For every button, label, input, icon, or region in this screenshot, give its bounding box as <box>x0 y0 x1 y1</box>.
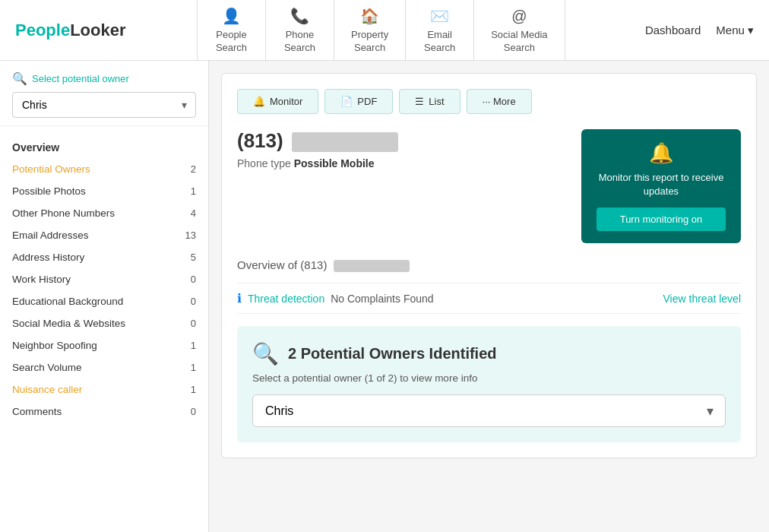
bell-icon: 🔔 <box>253 96 265 107</box>
sidebar-label-other-phone-numbers: Other Phone Numbers <box>12 207 115 219</box>
action-toolbar: 🔔 Monitor 📄 PDF ☰ List ··· More <box>237 89 741 114</box>
pdf-button[interactable]: 📄 PDF <box>324 89 393 114</box>
po-title: 2 Potential Owners Identified <box>288 345 497 363</box>
sidebar-nav: Overview Potential Owners 2 Possible Pho… <box>0 126 208 430</box>
search-circle-icon: 🔍 <box>12 71 27 86</box>
owner-dropdown-wrapper[interactable]: Chris ▾ <box>12 92 196 118</box>
nav-right: Dashboard Menu ▾ <box>630 0 769 60</box>
nav-email-search-label: EmailSearch <box>424 29 455 55</box>
sidebar-item-work-history[interactable]: Work History 0 <box>0 268 208 290</box>
nav-property-search-label: PropertySearch <box>351 29 388 55</box>
nav-social-media-label: Social MediaSearch <box>491 29 547 55</box>
owner-dropdown[interactable]: Chris <box>12 92 196 118</box>
phone-icon: 📞 <box>290 6 309 26</box>
potential-owners-box: 🔍 2 Potential Owners Identified Select a… <box>237 326 741 442</box>
sidebar-count-social-media-websites: 0 <box>191 318 196 329</box>
logo-area: PeopleLooker <box>0 0 198 60</box>
monitor-bell-icon: 🔔 <box>597 141 726 165</box>
list-icon: ☰ <box>415 96 424 107</box>
person-icon: 👤 <box>222 6 241 26</box>
phone-display: (813) Phone type Possible Mobile 🔔 Monit… <box>237 129 741 243</box>
home-icon: 🏠 <box>360 6 379 26</box>
logo-people: People <box>15 21 70 40</box>
sidebar-label-email-addresses: Email Addresses <box>12 230 89 241</box>
sidebar-item-search-volume[interactable]: Search Volume 1 <box>0 356 208 378</box>
list-button[interactable]: ☰ List <box>399 89 460 114</box>
po-subtitle: Select a potential owner (1 of 2) to vie… <box>252 372 726 384</box>
phone-number: (813) <box>237 129 398 153</box>
sidebar-label-address-history: Address History <box>12 252 84 263</box>
threat-row: ℹ Threat detection No Complaints Found V… <box>237 283 741 314</box>
monitor-button[interactable]: 🔔 Monitor <box>237 89 318 114</box>
info-icon: ℹ <box>237 291 242 306</box>
dashboard-link[interactable]: Dashboard <box>645 24 701 36</box>
sidebar-label-work-history: Work History <box>12 274 71 285</box>
turn-monitoring-on-button[interactable]: Turn monitoring on <box>597 207 726 231</box>
sidebar-item-educational-background[interactable]: Educational Background 0 <box>0 290 208 312</box>
sidebar-count-comments: 0 <box>191 406 196 417</box>
nav-people-search-label: PeopleSearch <box>216 29 247 55</box>
sidebar-count-search-volume: 1 <box>191 362 196 373</box>
nav-item-people-search[interactable]: 👤 PeopleSearch <box>198 0 266 60</box>
sidebar-label-potential-owners: Potential Owners <box>12 163 90 175</box>
sidebar-label-neighbor-spoofing: Neighbor Spoofing <box>12 340 97 351</box>
monitor-title: Monitor this report to receive updates <box>597 171 726 198</box>
sidebar-label-possible-photos: Possible Photos <box>12 185 86 197</box>
sidebar-item-address-history[interactable]: Address History 5 <box>0 246 208 268</box>
sidebar-item-email-addresses[interactable]: Email Addresses 13 <box>0 224 208 246</box>
sidebar-count-work-history: 0 <box>191 274 196 285</box>
sidebar: 🔍 Select potential owner Chris ▾ Overvie… <box>0 61 209 532</box>
owner-select-wrapper[interactable]: Chris ▾ <box>252 394 726 427</box>
nav-item-email-search[interactable]: ✉️ EmailSearch <box>406 0 474 60</box>
sidebar-label-search-volume: Search Volume <box>12 362 82 373</box>
header: PeopleLooker 👤 PeopleSearch 📞 PhoneSearc… <box>0 0 769 61</box>
sidebar-count-email-addresses: 13 <box>185 230 196 241</box>
sidebar-label-comments: Comments <box>12 406 62 417</box>
overview-label: Overview of (813) <box>237 258 741 272</box>
more-button[interactable]: ··· More <box>467 89 532 114</box>
threat-left: ℹ Threat detection No Complaints Found <box>237 291 434 306</box>
email-icon: ✉️ <box>430 6 449 26</box>
sidebar-overview-title: Overview <box>0 134 208 158</box>
potential-owner-select[interactable]: Chris <box>252 394 726 427</box>
sidebar-item-neighbor-spoofing[interactable]: Neighbor Spoofing 1 <box>0 334 208 356</box>
sidebar-item-comments[interactable]: Comments 0 <box>0 401 208 423</box>
sidebar-item-potential-owners[interactable]: Potential Owners 2 <box>0 158 208 180</box>
nav-item-social-media-search[interactable]: @ Social MediaSearch <box>474 0 565 60</box>
phone-type: Phone type Possible Mobile <box>237 157 398 169</box>
overview-phone-blurred <box>334 260 410 272</box>
nav-phone-search-label: PhoneSearch <box>284 29 315 55</box>
sidebar-count-other-phone-numbers: 4 <box>191 207 196 219</box>
logo-looker: Looker <box>70 21 125 40</box>
pdf-icon: 📄 <box>340 96 353 107</box>
person-search-icon: 🔍 <box>252 341 279 366</box>
nav-item-property-search[interactable]: 🏠 PropertySearch <box>334 0 406 60</box>
content-area: 🔔 Monitor 📄 PDF ☰ List ··· More <box>209 61 769 532</box>
sidebar-header: 🔍 Select potential owner Chris ▾ <box>0 61 208 126</box>
threat-status: No Complaints Found <box>331 293 433 305</box>
sidebar-count-address-history: 5 <box>191 252 196 263</box>
sidebar-label-nuisance-caller: Nuisance caller <box>12 384 82 395</box>
sidebar-count-possible-photos: 1 <box>191 185 196 197</box>
view-threat-level-link[interactable]: View threat level <box>663 293 741 305</box>
sidebar-label-educational-background: Educational Background <box>12 296 123 307</box>
sidebar-label-social-media-websites: Social Media & Websites <box>12 318 125 329</box>
at-icon: @ <box>511 6 527 26</box>
sidebar-count-nuisance-caller: 1 <box>191 384 196 395</box>
sidebar-item-nuisance-caller[interactable]: Nuisance caller 1 <box>0 378 208 401</box>
sidebar-item-other-phone-numbers[interactable]: Other Phone Numbers 4 <box>0 202 208 224</box>
sidebar-count-educational-background: 0 <box>191 296 196 307</box>
menu-button[interactable]: Menu ▾ <box>716 24 754 37</box>
nav-items: 👤 PeopleSearch 📞 PhoneSearch 🏠 PropertyS… <box>198 0 630 60</box>
threat-label: Threat detection <box>248 293 324 305</box>
monitor-box: 🔔 Monitor this report to receive updates… <box>581 129 741 243</box>
report-card: 🔔 Monitor 📄 PDF ☰ List ··· More <box>221 73 757 458</box>
nav-item-phone-search[interactable]: 📞 PhoneSearch <box>266 0 334 60</box>
sidebar-item-possible-photos[interactable]: Possible Photos 1 <box>0 180 208 202</box>
phone-info: (813) Phone type Possible Mobile <box>237 129 398 169</box>
sidebar-count-potential-owners: 2 <box>191 163 196 175</box>
select-owner-label: 🔍 Select potential owner <box>12 71 196 86</box>
logo: PeopleLooker <box>15 21 126 40</box>
sidebar-item-social-media-websites[interactable]: Social Media & Websites 0 <box>0 312 208 334</box>
sidebar-count-neighbor-spoofing: 1 <box>191 340 196 351</box>
